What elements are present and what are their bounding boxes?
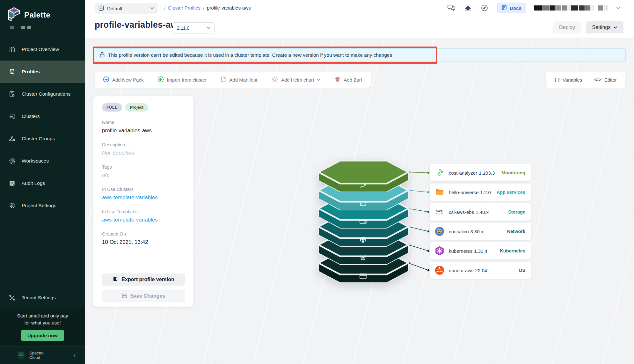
pack-toolbar: Add New Pack Import from cluster Add Man… <box>95 72 371 88</box>
alert-message: This profile version can't be edited bec… <box>108 52 392 58</box>
pack-name: cost-analyzer1.103.3 <box>449 170 495 176</box>
sidebar-item-project-settings[interactable]: Project Settings <box>0 194 85 217</box>
created-on-value: 10 Oct 2025, 13:42 <box>102 239 185 245</box>
docs-button[interactable]: Docs <box>497 3 526 13</box>
account-chevron-down-icon[interactable] <box>616 7 620 9</box>
cluster-groups-icon <box>8 135 16 142</box>
sidebar-item-label: Cluster Configurations <box>22 91 70 97</box>
pack-row-hello-universe[interactable]: hello-universe1.2.0 App services <box>430 184 531 201</box>
add-manifest-button[interactable]: Add Manifest <box>221 76 257 84</box>
pack-category: Network <box>507 229 525 234</box>
sidebar-item-cluster-configurations[interactable]: Cluster Configurations <box>0 83 85 105</box>
manifest-file-icon <box>221 76 226 84</box>
svg-text:aws: aws <box>436 209 443 213</box>
clusters-icon <box>8 113 16 120</box>
spectro-cloud-label: SpectroCloud <box>29 351 44 360</box>
sidebar-item-label: Profiles <box>22 69 40 75</box>
readonly-alert-banner: This profile version can't be edited bec… <box>95 48 626 62</box>
deploy-button[interactable]: Deploy <box>553 21 581 33</box>
export-profile-version-button[interactable]: Export profile version <box>102 273 185 286</box>
pack-row-csi-aws-ebs[interactable]: aws csi-aws-ebs1.48.x Storage <box>430 203 531 221</box>
pack-row-cni-calico[interactable]: cni-calico3.30.x Network <box>430 223 531 240</box>
project-selector-value: Default <box>107 6 122 11</box>
variables-button[interactable]: { } Variables <box>554 77 582 83</box>
project-badge: Project <box>125 103 148 112</box>
upgrade-now-button[interactable]: Upgrade now <box>21 330 64 341</box>
sidebar-item-tenant-settings[interactable]: Tenant Settings <box>0 288 85 307</box>
sidebar-item-audit-logs[interactable]: Audit Logs <box>0 172 85 194</box>
page-title: profile-variables-aws <box>95 20 182 30</box>
save-icon <box>122 293 127 300</box>
sidebar-footer: SpectroCloud ‹ <box>0 346 85 364</box>
add-new-pack-button[interactable]: Add New Pack <box>103 76 143 84</box>
palette-app: Palette Project Overview Profiles Clus <box>0 0 634 364</box>
add-zarf-button[interactable]: Add Zarf <box>334 76 362 84</box>
sidebar-item-clusters[interactable]: Clusters <box>0 105 85 127</box>
breadcrumb-current: profile-variables-aws <box>207 5 251 11</box>
pack-category: App services <box>497 190 525 195</box>
pack-name: ubuntu-aws22.04 <box>449 268 487 273</box>
sidebar-item-label: Project Settings <box>22 203 56 208</box>
pack-row-ubuntu-aws[interactable]: ubuntu-aws22.04 OS <box>430 262 531 279</box>
bug-report-icon[interactable] <box>464 4 472 12</box>
tenant-settings-label: Tenant Settings <box>22 295 56 301</box>
sidebar-item-label: Project Overview <box>22 47 59 52</box>
sidebar-item-label: Clusters <box>22 113 40 119</box>
feedback-chat-icon[interactable] <box>447 4 455 12</box>
pack-name: hello-universe1.2.0 <box>449 190 491 195</box>
version-value: 2.11.0 <box>177 25 189 31</box>
name-value: profile-variables-aws <box>102 127 185 134</box>
settings-button[interactable]: Settings <box>586 21 623 33</box>
pack-row-kubernetes[interactable]: kubernetes1.31.4 Kubernetes <box>430 242 531 259</box>
tags-label: Tags <box>102 164 185 170</box>
project-overview-icon <box>8 46 16 53</box>
in-use-templates-link[interactable]: aws-template-variables <box>102 217 185 223</box>
explore-compass-icon[interactable] <box>480 4 489 12</box>
product-name: Palette <box>24 11 50 19</box>
stack-layer-cost-analyzer[interactable] <box>318 161 408 192</box>
kubecost-icon <box>435 168 444 178</box>
profile-info-card: FULL Project Name profile-variables-aws … <box>93 96 193 307</box>
export-icon <box>113 276 118 283</box>
sidebar-item-profiles[interactable]: Profiles <box>0 61 85 83</box>
chevron-down-icon <box>614 26 617 29</box>
project-selector[interactable]: Default <box>95 3 158 14</box>
upgrade-promo: Start small and only payfor what you use… <box>0 308 85 346</box>
sidebar-item-label: Cluster Groups <box>22 136 55 142</box>
logo: Palette <box>8 7 50 23</box>
code-icon: </> <box>594 77 601 82</box>
spectro-cloud-logo: SpectroCloud <box>16 351 44 360</box>
cluster-configurations-icon <box>8 90 16 98</box>
editor-button[interactable]: </> Editor <box>594 77 616 83</box>
sidebar-item-cluster-groups[interactable]: Cluster Groups <box>0 127 85 150</box>
view-toggle: { } Variables </> Editor <box>546 72 625 88</box>
tenant-settings-icon <box>8 294 16 302</box>
sidebar-item-project-overview[interactable]: Project Overview <box>0 38 85 61</box>
description-value: Not Specified <box>102 150 185 156</box>
sidebar-item-workspaces[interactable]: Workspaces <box>0 150 85 172</box>
project-selector-icon <box>98 5 104 12</box>
lock-icon <box>99 52 105 59</box>
breadcrumb-cluster-profiles[interactable]: Cluster Profiles <box>168 5 200 11</box>
pack-row-cost-analyzer[interactable]: cost-analyzer1.103.3 Monitoring <box>430 164 531 181</box>
calico-icon <box>435 227 444 236</box>
pack-category: OS <box>519 268 525 273</box>
add-helm-chart-button[interactable]: Add Helm chart <box>271 76 320 84</box>
topbar-actions: Docs <box>447 3 620 13</box>
pack-category: Kubernetes <box>500 248 525 253</box>
sidebar-collapse-button[interactable]: ‹ <box>74 352 76 359</box>
import-from-cluster-button[interactable]: Import from cluster <box>157 76 207 84</box>
in-use-clusters-link[interactable]: aws-template-variables <box>102 194 185 201</box>
description-label: Description <box>102 142 185 147</box>
chevron-down-icon <box>317 79 320 81</box>
version-select[interactable]: 2.11.0 <box>173 22 215 33</box>
account-name-redacted[interactable] <box>534 5 608 11</box>
save-changes-button[interactable]: Save Changes <box>102 290 185 302</box>
pack-name: cni-calico3.30.x <box>449 229 483 234</box>
pack-name: kubernetes1.31.4 <box>449 248 487 254</box>
folder-icon <box>435 187 444 197</box>
chevron-down-icon <box>207 27 210 29</box>
sidebar: Palette Project Overview Profiles Clus <box>0 0 85 364</box>
name-label: Name <box>102 120 185 125</box>
project-settings-icon <box>8 202 16 209</box>
